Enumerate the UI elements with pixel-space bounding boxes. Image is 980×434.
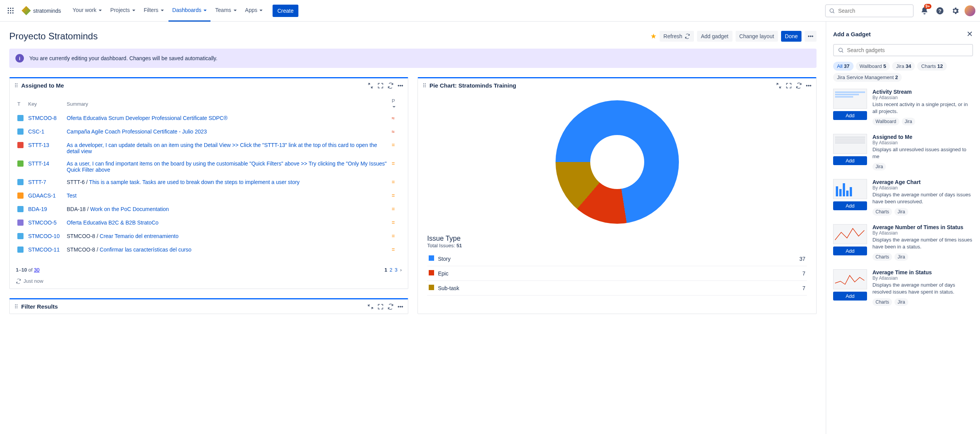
- page-link[interactable]: 2: [390, 267, 392, 273]
- gadget-more-icon[interactable]: •••: [397, 304, 403, 310]
- issue-summary-link[interactable]: This is a sample task. Tasks are used to…: [89, 179, 300, 185]
- issue-summary-link[interactable]: As a user, I can find important items on…: [67, 160, 387, 173]
- tag-chip[interactable]: Jira: [894, 298, 908, 306]
- gadget-card-title: Activity Stream: [872, 89, 973, 95]
- nav-item-your-work[interactable]: Your work: [69, 0, 106, 22]
- close-icon[interactable]: ✕: [967, 29, 973, 39]
- nav-item-dashboards[interactable]: Dashboards: [168, 0, 211, 22]
- add-gadget-button[interactable]: Add: [833, 201, 867, 210]
- priority-icon: =: [392, 142, 395, 148]
- next-page-icon[interactable]: ›: [399, 267, 402, 273]
- drag-handle-icon[interactable]: ⠿: [423, 83, 426, 89]
- tag-chip[interactable]: Charts: [872, 298, 892, 306]
- tag-chip[interactable]: Jira: [872, 163, 886, 171]
- nav-item-apps[interactable]: Apps: [241, 0, 267, 22]
- refresh-icon[interactable]: [16, 279, 21, 284]
- issue-summary: As a user, I can find important items on…: [65, 157, 390, 176]
- issue-key-link[interactable]: STMCOO-8: [28, 115, 57, 121]
- col-key: Key: [27, 96, 65, 112]
- tag-chip[interactable]: Jira: [902, 118, 915, 125]
- star-icon[interactable]: ★: [650, 32, 657, 41]
- gadget-thumbnail: [833, 89, 867, 109]
- issue-summary-link[interactable]: As a developer, I can update details on …: [67, 142, 377, 154]
- issue-key-link[interactable]: CSC-1: [28, 128, 44, 135]
- tag-chip[interactable]: Charts: [872, 253, 892, 261]
- drag-handle-icon[interactable]: ⠿: [14, 304, 18, 310]
- tag-chip[interactable]: Charts: [872, 208, 892, 216]
- filter-chip-all[interactable]: All 37: [833, 62, 854, 71]
- nav-item-filters[interactable]: Filters: [140, 0, 168, 22]
- filter-chip-jira-service-management[interactable]: Jira Service Management 2: [833, 73, 902, 82]
- gadget-more-icon[interactable]: •••: [397, 83, 403, 89]
- app-switcher-icon[interactable]: [5, 5, 17, 17]
- issue-summary: Test: [65, 189, 390, 203]
- legend-label: Story: [438, 256, 451, 262]
- issue-type-icon: [17, 128, 24, 135]
- refresh-gadget-icon[interactable]: [387, 304, 394, 310]
- issue-summary-link[interactable]: Campaña Agile Coach Professional Certifi…: [67, 128, 207, 135]
- add-gadget-button[interactable]: Add: [833, 111, 867, 120]
- maximize-icon[interactable]: [377, 83, 384, 89]
- page-link[interactable]: 3: [395, 267, 397, 273]
- issue-key-link[interactable]: STTT-13: [28, 142, 49, 148]
- col-priority[interactable]: P: [390, 96, 402, 112]
- issue-type-icon: [17, 220, 24, 226]
- pagination-range: 1–10 of 30: [16, 267, 39, 273]
- done-button[interactable]: Done: [781, 31, 802, 42]
- issue-key-link[interactable]: STMCOO-5: [28, 220, 57, 226]
- legend-title: Issue Type: [427, 235, 807, 243]
- filter-chip-wallboard[interactable]: Wallboard 5: [856, 62, 890, 71]
- global-search[interactable]: [825, 4, 914, 17]
- add-gadget-button[interactable]: Add: [833, 156, 867, 165]
- add-gadget-button[interactable]: Add: [833, 247, 867, 255]
- product-logo[interactable]: stratominds: [19, 6, 64, 15]
- issue-summary-link[interactable]: Crear Temario del entrenamiento: [100, 233, 178, 239]
- settings-icon[interactable]: [949, 5, 961, 17]
- issue-summary-link[interactable]: Oferta Educativa Scrum Developer Profess…: [67, 115, 227, 121]
- issue-summary-link[interactable]: Confirmar las características del curso: [100, 247, 192, 253]
- nav-item-teams[interactable]: Teams: [211, 0, 240, 22]
- issue-key-link[interactable]: STMCOO-10: [28, 233, 60, 239]
- collapse-icon[interactable]: [367, 83, 374, 89]
- issue-summary-link[interactable]: Test: [67, 193, 77, 199]
- tag-chip[interactable]: Jira: [894, 208, 908, 216]
- nav-item-projects[interactable]: Projects: [106, 0, 139, 22]
- issue-key-link[interactable]: GDAACS-1: [28, 193, 56, 199]
- issue-key-link[interactable]: STMCOO-11: [28, 247, 60, 253]
- search-input[interactable]: [838, 8, 910, 14]
- help-icon[interactable]: ?: [934, 5, 946, 17]
- issue-type-icon: [17, 193, 24, 199]
- issue-key-link[interactable]: STTT-7: [28, 179, 46, 185]
- refresh-gadget-icon[interactable]: [796, 83, 802, 89]
- create-button[interactable]: Create: [273, 5, 298, 17]
- issue-summary: STTT-6 / This is a sample task. Tasks ar…: [65, 176, 390, 189]
- expand-icon[interactable]: [367, 304, 374, 310]
- gadget-card-description: Displays all unresolved issues assigned …: [872, 146, 973, 160]
- gadget-search-input[interactable]: [847, 47, 968, 53]
- collapse-icon[interactable]: [776, 83, 782, 89]
- tag-chip[interactable]: Jira: [894, 253, 908, 261]
- tag-chip[interactable]: Wallboard: [872, 118, 899, 125]
- issue-summary-link[interactable]: Work on the PoC Documentation: [90, 206, 169, 212]
- issue-key-link[interactable]: BDA-19: [28, 206, 47, 212]
- gadget-more-icon[interactable]: •••: [806, 83, 812, 89]
- filter-chip-charts[interactable]: Charts 12: [917, 62, 946, 71]
- filter-chip-jira[interactable]: Jira 34: [892, 62, 915, 71]
- change-layout-button[interactable]: Change layout: [736, 31, 778, 42]
- gadget-search[interactable]: [833, 44, 973, 56]
- notifications-icon[interactable]: 9+: [918, 5, 931, 17]
- drag-handle-icon[interactable]: ⠿: [14, 83, 18, 89]
- more-actions-icon[interactable]: •••: [805, 31, 817, 42]
- add-gadget-button[interactable]: Add: [833, 292, 867, 301]
- maximize-icon[interactable]: [786, 83, 792, 89]
- add-gadget-button[interactable]: Add gadget: [697, 31, 732, 42]
- refresh-button[interactable]: Refresh: [660, 31, 694, 42]
- legend-label: Sub-task: [438, 285, 459, 291]
- gadget-card-title: Average Age Chart: [872, 179, 973, 185]
- issue-summary-link[interactable]: Oferta Educativa B2C & B2B StratoCo: [67, 220, 158, 226]
- issue-key-link[interactable]: STTT-14: [28, 160, 49, 167]
- user-avatar[interactable]: [965, 5, 975, 16]
- maximize-icon[interactable]: [377, 304, 384, 310]
- legend-swatch: [429, 255, 434, 261]
- refresh-gadget-icon[interactable]: [387, 83, 394, 89]
